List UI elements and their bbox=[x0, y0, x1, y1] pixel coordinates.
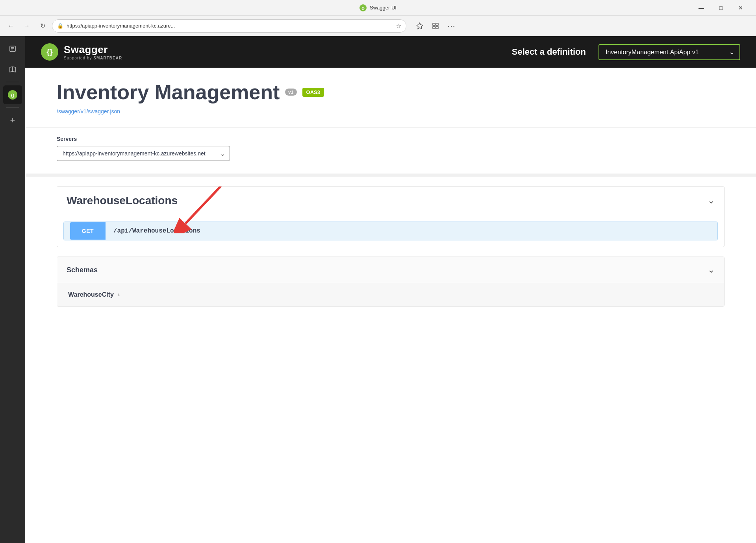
expand-arrow-icon: › bbox=[118, 291, 120, 298]
favorites-button[interactable] bbox=[413, 19, 427, 33]
swagger-logo-area: {} Swagger Supported by SMARTBEAR bbox=[41, 43, 122, 61]
info-section: Inventory Management v1 OAS3 /swagger/v1… bbox=[25, 68, 756, 128]
main-layout: {} + {} Swagger Supported by SMARTBEAR bbox=[0, 36, 756, 543]
schemas-header[interactable]: Schemas ⌄ bbox=[57, 257, 724, 283]
api-group-warehouse-locations: WarehouseLocations ⌄ bbox=[57, 186, 724, 247]
swagger-title: Swagger bbox=[64, 44, 122, 56]
definition-label: Select a definition bbox=[512, 47, 586, 57]
swagger-logo-icon: {} bbox=[41, 43, 58, 61]
sidebar-divider bbox=[6, 82, 19, 82]
svg-rect-5 bbox=[436, 26, 438, 29]
endpoint-path: /api/WarehouseLocations bbox=[106, 222, 208, 240]
refresh-button[interactable]: ↻ bbox=[36, 20, 49, 32]
method-badge: GET bbox=[70, 222, 106, 240]
favicon-icon: {} bbox=[359, 4, 367, 11]
lock-icon: 🔒 bbox=[57, 23, 63, 29]
forward-button[interactable]: → bbox=[20, 20, 33, 32]
schema-name: WarehouseCity bbox=[68, 291, 114, 298]
browser-actions: ⋯ bbox=[413, 19, 458, 33]
title-bar-title: {} Swagger UI bbox=[359, 4, 397, 11]
schemas-title: Schemas bbox=[67, 266, 98, 274]
oas3-badge: OAS3 bbox=[302, 88, 324, 97]
servers-section: Servers https://apiapp-inventorymanageme… bbox=[25, 128, 756, 174]
sidebar-divider-2 bbox=[6, 107, 19, 108]
server-select-wrapper: https://apiapp-inventorymanagement-kc.az… bbox=[57, 146, 230, 161]
sidebar: {} + bbox=[0, 36, 25, 543]
url-text: https://apiapp-inventorymanagement-kc.az… bbox=[67, 23, 393, 29]
content-area: {} Swagger Supported by SMARTBEAR Select… bbox=[25, 36, 756, 543]
star-icon bbox=[416, 22, 424, 30]
close-button[interactable]: ✕ bbox=[732, 2, 750, 14]
sidebar-item-history[interactable] bbox=[3, 39, 22, 58]
chevron-down-icon: ⌄ bbox=[708, 196, 715, 206]
window-title: Swagger UI bbox=[370, 5, 397, 11]
schemas-group: Schemas ⌄ WarehouseCity › bbox=[57, 257, 724, 307]
api-group-title: WarehouseLocations bbox=[67, 194, 178, 207]
endpoint-wrapper: GET /api/WarehouseLocations bbox=[63, 222, 718, 240]
version-badge: v1 bbox=[285, 89, 296, 96]
back-button[interactable]: ← bbox=[5, 20, 17, 32]
chevron-down-icon: ⌄ bbox=[708, 265, 715, 275]
history-icon bbox=[8, 44, 17, 53]
schema-item[interactable]: WarehouseCity › bbox=[57, 283, 724, 306]
api-group-header[interactable]: WarehouseLocations ⌄ bbox=[57, 187, 724, 215]
page-content: Inventory Management v1 OAS3 /swagger/v1… bbox=[25, 68, 756, 543]
server-select[interactable]: https://apiapp-inventorymanagement-kc.az… bbox=[57, 146, 230, 161]
maximize-button[interactable]: □ bbox=[712, 2, 730, 14]
window: {} Swagger UI — □ ✕ ← → ↻ 🔒 https://apia… bbox=[0, 0, 756, 543]
svg-rect-4 bbox=[433, 26, 435, 29]
definition-select[interactable]: InventoryManagement.ApiApp v1 bbox=[598, 44, 740, 60]
window-controls: — □ ✕ bbox=[692, 0, 750, 16]
endpoint-row[interactable]: GET /api/WarehouseLocations bbox=[63, 222, 718, 240]
api-title: Inventory Management bbox=[57, 80, 280, 104]
browser-bar: ← → ↻ 🔒 https://apiapp-inventorymanageme… bbox=[0, 16, 756, 36]
definition-select-wrapper: InventoryManagement.ApiApp v1 ⌄ bbox=[598, 44, 740, 60]
sidebar-item-reading[interactable] bbox=[3, 60, 22, 79]
svg-rect-3 bbox=[436, 23, 438, 26]
more-button[interactable]: ⋯ bbox=[444, 19, 458, 33]
collections-icon bbox=[432, 22, 439, 30]
svg-text:{}: {} bbox=[11, 93, 15, 98]
svg-rect-2 bbox=[433, 23, 435, 26]
swagger-logo-text: Swagger Supported by SMARTBEAR bbox=[64, 44, 122, 60]
svg-text:{}: {} bbox=[362, 6, 365, 10]
swagger-subtitle: Supported by SMARTBEAR bbox=[64, 56, 122, 60]
swagger-icon: {} bbox=[7, 90, 18, 100]
collections-button[interactable] bbox=[428, 19, 443, 33]
section-divider bbox=[25, 174, 756, 177]
api-title-row: Inventory Management v1 OAS3 bbox=[57, 80, 724, 104]
address-bar[interactable]: 🔒 https://apiapp-inventorymanagement-kc.… bbox=[52, 19, 406, 33]
star-icon: ☆ bbox=[396, 22, 401, 30]
swagger-topbar: {} Swagger Supported by SMARTBEAR Select… bbox=[25, 36, 756, 68]
title-bar: {} Swagger UI — □ ✕ bbox=[0, 0, 756, 16]
minimize-button[interactable]: — bbox=[692, 2, 710, 14]
sidebar-add-button[interactable]: + bbox=[3, 111, 22, 130]
servers-label: Servers bbox=[57, 136, 724, 142]
swagger-json-link[interactable]: /swagger/v1/swagger.json bbox=[57, 108, 120, 115]
sidebar-item-swagger[interactable]: {} bbox=[3, 85, 22, 104]
reading-icon bbox=[8, 65, 17, 74]
